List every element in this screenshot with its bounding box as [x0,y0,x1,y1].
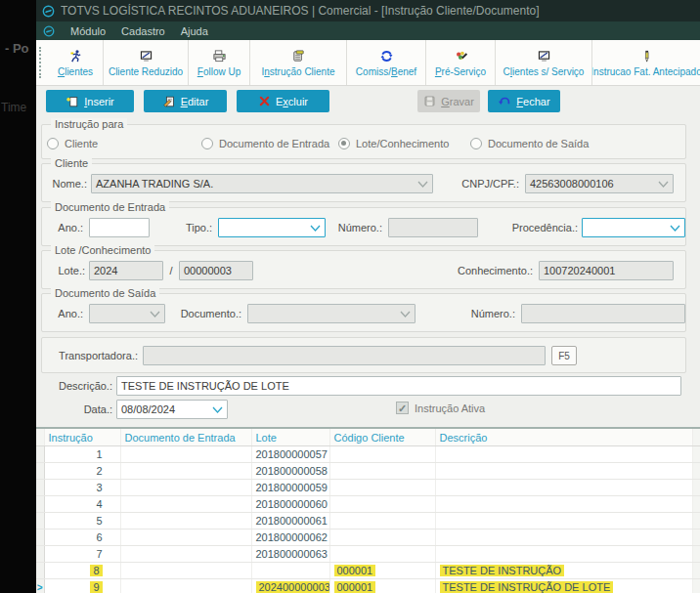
radio-documento-entrada[interactable]: Documento de Entrada [201,138,329,149]
cell-codigo[interactable] [329,546,435,563]
selected-row-marker[interactable]: > [36,579,44,593]
cell-lote[interactable]: 201800000057 [251,446,329,463]
menu-item-ajuda[interactable]: Ajuda [181,25,208,37]
toolbar-item-instrucao-cliente[interactable]: Instrução Cliente [250,40,347,85]
documento-saida-combo[interactable] [247,304,416,323]
cnpj-combo[interactable]: 42563008000106 [525,174,674,193]
cell-lote[interactable]: 201800000062 [251,529,329,546]
cell-lote[interactable] [251,563,329,579]
cell-instrucao[interactable]: 6 [44,529,120,546]
cell-codigo[interactable] [329,480,435,496]
excluir-button[interactable]: Excluir [237,90,329,112]
cell-descricao[interactable] [435,529,692,546]
toolbar-item-follow-up[interactable]: Follow Up [189,40,250,85]
cell-doc_entrada[interactable] [120,529,251,546]
column-header-documento-entrada[interactable]: Documento de Entrada [120,429,251,446]
cell-instrucao[interactable]: 2 [44,463,120,480]
data-combo[interactable]: 08/08/2024 [116,400,228,419]
procedencia-combo[interactable] [582,218,685,237]
cell-instrucao[interactable]: 9 [44,579,120,593]
ano-saida-combo[interactable] [89,304,165,323]
row-selector-cell[interactable] [36,529,44,546]
table-row[interactable]: 3201800000059 [36,480,700,496]
descricao-input[interactable] [116,376,681,396]
row-selector-cell[interactable] [36,463,44,480]
nome-combo[interactable]: AZANHA TRADING S/A. [91,174,433,193]
cell-lote[interactable]: 201800000063 [251,546,329,563]
table-row[interactable]: 5201800000061 [36,513,700,529]
toolbar-item-pre-servico[interactable]: Pré-Serviço [426,40,496,85]
cell-codigo[interactable] [329,463,435,480]
cell-codigo[interactable] [329,496,435,513]
table-row[interactable]: >9202400000003000001TESTE DE INSTRUÇÃO D… [36,579,700,593]
toolbar-item-comiss-benef[interactable]: Comiss/Benef [347,40,426,85]
f5-lookup-button[interactable]: F5 [551,346,577,365]
radio-cliente[interactable]: Cliente [47,138,98,149]
row-selector-cell[interactable] [36,480,44,496]
column-header-instrucao[interactable]: Instrução [44,429,120,446]
cell-lote[interactable]: 201800000059 [251,480,329,496]
row-selector-cell[interactable] [36,496,44,513]
fechar-button[interactable]: Fechar [488,90,560,112]
cell-descricao[interactable] [435,546,692,563]
numero-saida-input[interactable] [521,304,685,323]
inserir-button[interactable]: Inserir [46,90,134,112]
cell-lote[interactable]: 201800000060 [251,496,329,513]
menu-item-cadastro[interactable]: Cadastro [121,25,165,37]
cell-descricao[interactable] [435,480,692,496]
row-selector-cell[interactable] [36,446,44,463]
radio-lote-conhecimento[interactable]: Lote/Conhecimento [338,138,449,149]
conhecimento-input[interactable] [539,261,674,280]
cell-doc_entrada[interactable] [120,513,251,529]
cell-codigo[interactable] [329,529,435,546]
row-selector-cell[interactable] [36,563,44,579]
cell-codigo[interactable] [329,446,435,463]
radio-documento-saida[interactable]: Documento de Saída [470,138,589,149]
cell-codigo[interactable] [329,513,435,529]
column-header-lote[interactable]: Lote [251,429,329,446]
cell-instrucao[interactable]: 4 [44,496,120,513]
cell-doc_entrada[interactable] [120,579,251,593]
transportadora-input[interactable] [143,346,546,365]
gravar-button[interactable]: Gravar [417,90,480,112]
toolbar-item-instrucao-fat-antecipado[interactable]: Instrucao Fat. Antecipado [592,40,700,85]
editar-button[interactable]: Editar [144,90,227,112]
menu-item-modulo[interactable]: Módulo [70,25,106,37]
lote-numero-input[interactable] [179,261,253,280]
table-row[interactable]: 8000001TESTE DE INSTRUÇÃO [36,563,700,579]
ano-input[interactable] [89,218,150,237]
cell-instrucao[interactable]: 8 [44,563,120,579]
cell-descricao[interactable] [435,446,692,463]
cell-doc_entrada[interactable] [120,446,251,463]
cell-descricao[interactable] [435,496,692,513]
table-row[interactable]: 4201800000060 [36,496,700,513]
cell-descricao[interactable] [435,513,692,529]
cell-lote[interactable]: 201800000058 [251,463,329,480]
cell-codigo[interactable]: 000001 [329,579,435,593]
cell-instrucao[interactable]: 7 [44,546,120,563]
table-row[interactable]: 1201800000057 [36,446,700,463]
cell-doc_entrada[interactable] [120,480,251,496]
cell-doc_entrada[interactable] [120,496,251,513]
table-row[interactable]: 2201800000058 [36,463,700,480]
cell-doc_entrada[interactable] [120,563,251,579]
toolbar-item-cliente-reduzido[interactable]: Cliente Reduzido [104,40,189,85]
numero-input[interactable] [388,218,478,237]
tipo-combo[interactable] [218,218,326,237]
cell-doc_entrada[interactable] [120,463,251,480]
cell-descricao[interactable]: TESTE DE INSTRUÇÃO DE LOTE [435,579,692,593]
toolbar-drag-handle[interactable] [39,47,46,78]
table-row[interactable]: 6201800000062 [36,529,700,546]
row-selector-cell[interactable] [36,513,44,529]
instrucao-ativa-checkbox[interactable]: ✓ Instrução Ativa [396,402,485,414]
toolbar-item-clientes-sem-servico[interactable]: Clientes s/ Serviço [496,40,592,85]
lote-ano-input[interactable] [89,261,163,280]
table-row[interactable]: 7201800000063 [36,546,700,563]
cell-descricao[interactable] [435,463,692,480]
row-selector-cell[interactable] [36,546,44,563]
column-header-descricao[interactable]: Descrição [435,429,692,446]
cell-codigo[interactable]: 000001 [329,563,435,579]
cell-instrucao[interactable]: 1 [44,446,120,463]
cell-lote[interactable]: 201800000061 [251,513,329,529]
cell-descricao[interactable]: TESTE DE INSTRUÇÃO [435,563,692,579]
